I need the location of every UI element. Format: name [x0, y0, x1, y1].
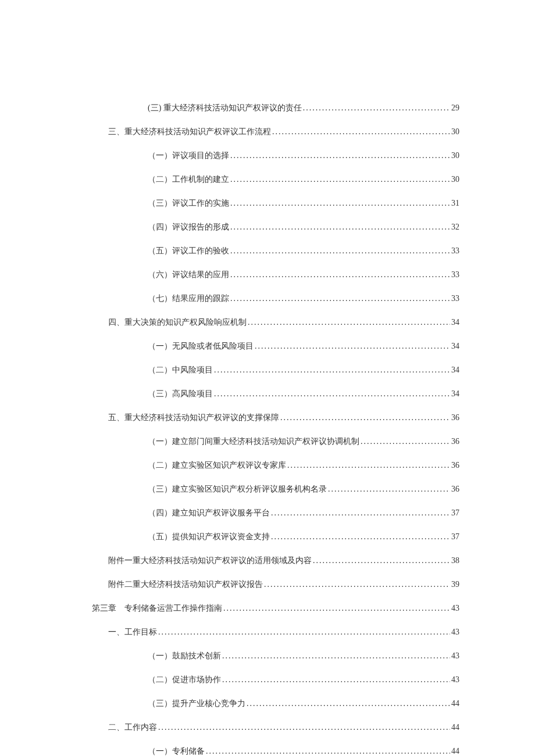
toc-entry: （三）评议工作的实施31 [92, 197, 459, 209]
toc-entry-page: 43 [451, 626, 459, 638]
toc-entry-label: （三）高风险项目 [148, 388, 213, 400]
toc-leader-dots [158, 721, 450, 733]
toc-entry-page: 43 [451, 650, 459, 662]
toc-entry: （二）建立实验区知识产权评议专家库36 [92, 459, 459, 471]
toc-leader-dots [248, 316, 450, 328]
toc-entry: （一）鼓励技术创新43 [92, 650, 459, 662]
toc-entry: （二）中风险项目34 [92, 364, 459, 376]
toc-entry: 附件一重大经济科技活动知识产权评议的适用领域及内容38 [92, 554, 459, 567]
toc-entry: （三）提升产业核心竞争力44 [92, 697, 459, 710]
toc-entry-page: 29 [451, 102, 459, 114]
toc-entry-page: 43 [451, 673, 459, 686]
toc-entry-label: （二）中风险项目 [148, 364, 213, 376]
toc-entry: (三) 重大经济科技活动知识产权评议的责任29 [92, 102, 459, 114]
toc-entry: （二）工作机制的建立30 [92, 173, 459, 185]
toc-entry: 第三章 专利储备运营工作操作指南43 [92, 602, 459, 614]
toc-entry-label: （四）建立知识产权评议服务平台 [148, 507, 270, 519]
toc-entry: （一）专利储备44 [92, 745, 459, 756]
table-of-contents: (三) 重大经济科技活动知识产权评议的责任29三、重大经济科技活动知识产权评议工… [92, 102, 459, 756]
toc-leader-dots [230, 292, 450, 304]
toc-entry-page: 31 [451, 197, 459, 209]
toc-entry-page: 34 [451, 388, 459, 400]
toc-leader-dots [222, 650, 450, 662]
toc-leader-dots [158, 626, 450, 638]
toc-entry-label: （一）鼓励技术创新 [148, 650, 221, 662]
toc-entry: （六）评议结果的应用33 [92, 268, 459, 281]
toc-leader-dots [223, 602, 450, 614]
toc-entry: （一）建立部门间重大经济科技活动知识产权评议协调机制36 [92, 435, 459, 447]
toc-leader-dots [230, 173, 450, 185]
toc-entry-page: 33 [451, 268, 459, 281]
toc-entry: 二、工作内容44 [92, 721, 459, 733]
toc-entry-page: 34 [451, 316, 459, 328]
toc-entry: （三）高风险项目34 [92, 388, 459, 400]
toc-entry-label: （七）结果应用的跟踪 [148, 292, 229, 304]
toc-leader-dots [271, 507, 450, 519]
toc-leader-dots [272, 126, 450, 138]
toc-leader-dots [280, 411, 450, 424]
toc-entry-page: 44 [451, 721, 459, 733]
toc-entry-page: 34 [451, 340, 459, 352]
toc-entry: （一）评议项目的选择30 [92, 149, 459, 162]
toc-entry: 一、工作目标43 [92, 626, 459, 638]
toc-leader-dots [230, 245, 450, 257]
toc-entry-label: 三、重大经济科技活动知识产权评议工作流程 [108, 126, 271, 138]
toc-entry-page: 44 [451, 697, 459, 710]
toc-leader-dots [328, 483, 450, 495]
toc-entry-label: （一）评议项目的选择 [148, 149, 229, 162]
toc-leader-dots [214, 388, 450, 400]
toc-leader-dots [247, 697, 450, 710]
toc-entry-label: 五、重大经济科技活动知识产权评议的支撑保障 [108, 411, 279, 424]
toc-entry-label: （五）评议工作的验收 [148, 245, 229, 257]
toc-entry: 四、重大决策的知识产权风险响应机制34 [92, 316, 459, 328]
toc-entry-label: （三）评议工作的实施 [148, 197, 229, 209]
toc-entry-page: 44 [451, 745, 459, 756]
toc-entry: 三、重大经济科技活动知识产权评议工作流程30 [92, 126, 459, 138]
toc-leader-dots [287, 459, 450, 471]
toc-entry: （四）建立知识产权评议服务平台37 [92, 507, 459, 519]
toc-entry-label: （三）提升产业核心竞争力 [148, 697, 245, 710]
toc-leader-dots [230, 268, 450, 281]
toc-leader-dots [222, 673, 450, 686]
toc-entry-page: 37 [451, 531, 459, 543]
toc-leader-dots [361, 435, 450, 447]
toc-entry-page: 33 [451, 245, 459, 257]
toc-entry: 五、重大经济科技活动知识产权评议的支撑保障36 [92, 411, 459, 424]
toc-entry-page: 30 [451, 149, 459, 162]
toc-entry-page: 30 [451, 126, 459, 138]
toc-entry-label: （二）工作机制的建立 [148, 173, 229, 185]
toc-entry-page: 36 [451, 435, 459, 447]
toc-entry: （三）建立实验区知识产权分析评议服务机构名录36 [92, 483, 459, 495]
toc-entry-label: 附件二重大经济科技活动知识产权评议报告 [108, 578, 263, 590]
toc-entry-page: 39 [451, 578, 459, 590]
toc-leader-dots [271, 531, 450, 543]
toc-leader-dots [230, 197, 450, 209]
toc-entry-label: （二）建立实验区知识产权评议专家库 [148, 459, 286, 471]
toc-entry-label: （一）无风险或者低风险项目 [148, 340, 254, 352]
toc-entry-page: 36 [451, 411, 459, 424]
toc-entry-label: （二）促进市场协作 [148, 673, 221, 686]
toc-entry-page: 36 [451, 483, 459, 495]
toc-entry-page: 38 [451, 554, 459, 567]
toc-entry-page: 33 [451, 292, 459, 304]
toc-entry-label: （四）评议报告的形成 [148, 221, 229, 233]
toc-entry-label: （一）建立部门间重大经济科技活动知识产权评议协调机制 [148, 435, 359, 447]
toc-entry-label: （三）建立实验区知识产权分析评议服务机构名录 [148, 483, 327, 495]
toc-entry-page: 37 [451, 507, 459, 519]
toc-entry: 附件二重大经济科技活动知识产权评议报告39 [92, 578, 459, 590]
toc-leader-dots [230, 149, 450, 162]
toc-entry-label: （五）提供知识产权评议资金支持 [148, 531, 270, 543]
toc-leader-dots [255, 340, 450, 352]
toc-entry-label: (三) 重大经济科技活动知识产权评议的责任 [148, 102, 302, 114]
toc-entry-label: 一、工作目标 [108, 626, 157, 638]
toc-entry-page: 43 [451, 602, 459, 614]
toc-entry-label: 第三章 专利储备运营工作操作指南 [92, 602, 222, 614]
toc-entry-label: （六）评议结果的应用 [148, 268, 229, 281]
toc-entry: （五）评议工作的验收33 [92, 245, 459, 257]
toc-leader-dots [313, 554, 450, 567]
toc-entry: （四）评议报告的形成32 [92, 221, 459, 233]
toc-leader-dots [230, 221, 450, 233]
toc-leader-dots [214, 364, 450, 376]
toc-entry: （七）结果应用的跟踪33 [92, 292, 459, 304]
toc-entry-page: 32 [451, 221, 459, 233]
